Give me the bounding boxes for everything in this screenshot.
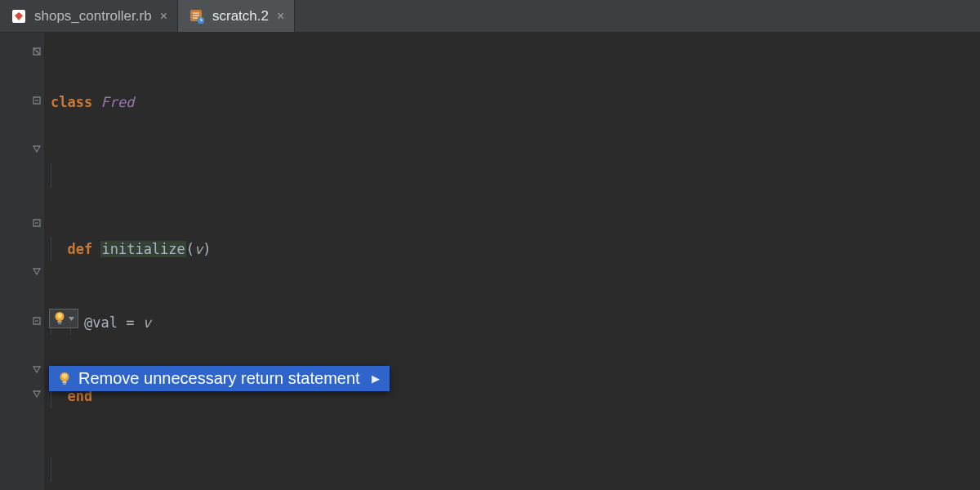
svg-rect-15: [63, 381, 67, 383]
editor[interactable]: class Fred def initialize(v) @val = v en…: [0, 33, 980, 490]
svg-marker-5: [33, 269, 40, 274]
code-line[interactable]: [44, 163, 980, 188]
paren: ): [203, 241, 211, 257]
svg-marker-6: [33, 367, 40, 372]
code-line[interactable]: class Fred: [44, 90, 980, 114]
intention-label: Remove unnecessary return statement: [78, 369, 360, 388]
param: v: [194, 241, 203, 257]
close-icon[interactable]: ×: [277, 9, 284, 24]
svg-rect-11: [58, 323, 61, 325]
operator: =: [118, 314, 143, 331]
ivar: @val: [84, 314, 118, 331]
svg-marker-12: [69, 317, 74, 321]
ruby-file-icon: [11, 9, 26, 24]
tab-label: scratch.2: [212, 8, 269, 24]
code-area[interactable]: class Fred def initialize(v) @val = v en…: [44, 41, 980, 490]
lightbulb-icon: [57, 371, 72, 387]
svg-marker-7: [33, 391, 40, 397]
keyword: class: [51, 94, 92, 110]
paren: (: [186, 241, 194, 257]
svg-point-14: [62, 373, 67, 378]
method-name: initialize: [100, 241, 185, 257]
intention-bulb-button[interactable]: [49, 309, 78, 328]
scratch-file-icon: [189, 9, 204, 24]
tab-scratch-2[interactable]: scratch.2 ×: [178, 0, 295, 32]
submenu-arrow-icon: ▶: [372, 372, 380, 385]
intention-popup[interactable]: Remove unnecessary return statement ▶: [49, 366, 390, 391]
code-line[interactable]: def initialize(v): [44, 237, 980, 261]
keyword: def: [67, 241, 92, 257]
close-icon[interactable]: ×: [160, 9, 167, 24]
svg-marker-4: [33, 146, 40, 152]
svg-rect-10: [58, 321, 62, 323]
tab-bar: shops_controller.rb × scratch.2 ×: [0, 0, 980, 33]
svg-point-9: [57, 314, 62, 318]
class-name: Fred: [100, 94, 134, 110]
gutter: [0, 33, 44, 490]
lightbulb-icon: [52, 310, 67, 327]
tab-label: shops_controller.rb: [34, 8, 152, 24]
code-line[interactable]: @val = v: [44, 310, 980, 335]
code-line[interactable]: [44, 457, 980, 482]
tab-shops-controller[interactable]: shops_controller.rb ×: [0, 0, 178, 32]
chevron-down-icon: [68, 310, 75, 327]
param: v: [143, 314, 151, 331]
svg-rect-16: [63, 383, 66, 385]
